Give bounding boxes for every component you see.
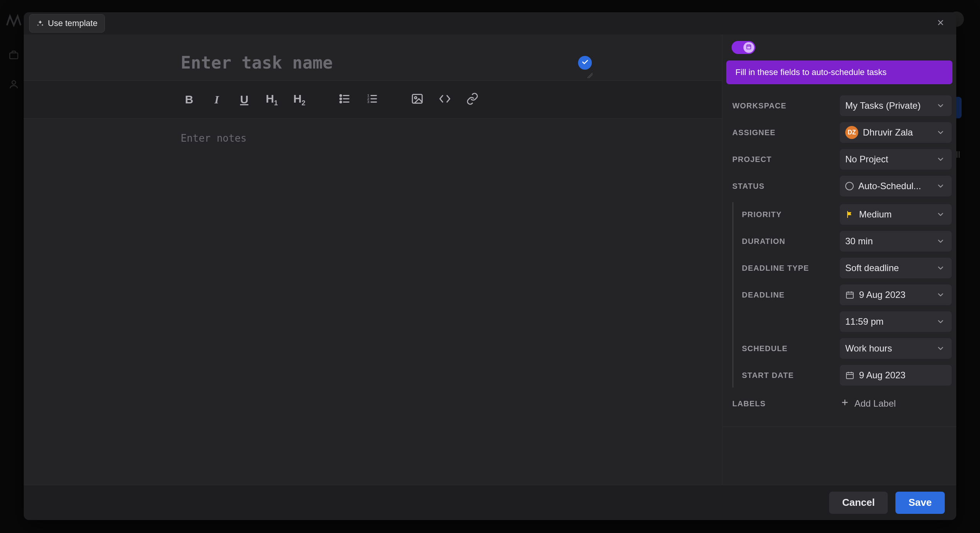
resize-handle-icon[interactable] <box>587 73 593 78</box>
chevron-down-icon <box>936 290 946 300</box>
field-assignee: Assignee DZ Dhruvir Zala <box>727 120 952 145</box>
heading1-button[interactable]: H1 <box>258 86 286 113</box>
task-modal: Use template B I <box>24 12 956 520</box>
chevron-down-icon <box>936 209 946 219</box>
code-icon <box>438 92 451 107</box>
banner-text: Fill in these fields to auto-schedule ta… <box>735 67 887 77</box>
underline-icon: U <box>240 93 248 106</box>
start-date-select[interactable]: 9 Aug 2023 <box>840 365 952 386</box>
heading1-icon: H1 <box>266 92 278 107</box>
svg-point-9 <box>415 96 417 99</box>
close-icon <box>936 18 945 28</box>
link-button[interactable] <box>459 86 486 113</box>
svg-rect-8 <box>412 95 422 103</box>
use-template-button[interactable]: Use template <box>29 14 105 33</box>
assignee-value: Dhruvir Zala <box>863 127 932 138</box>
editor-toolbar: B I U H1 H2 123 <box>24 80 722 119</box>
use-template-label: Use template <box>48 18 98 28</box>
field-label-assignee: Assignee <box>727 128 840 137</box>
workspace-value: My Tasks (Private) <box>845 100 932 111</box>
calendar-icon <box>845 290 854 299</box>
notes-area <box>24 119 722 485</box>
svg-point-3 <box>340 98 341 100</box>
priority-value: Medium <box>859 209 932 220</box>
field-label-status: Status <box>727 182 840 191</box>
status-circle-icon <box>845 182 854 190</box>
modal-footer: Cancel Save <box>24 485 956 520</box>
modal-top-bar: Use template <box>24 12 956 34</box>
numbered-list-icon: 123 <box>366 92 379 107</box>
italic-icon: I <box>214 93 219 106</box>
priority-select[interactable]: Medium <box>840 204 952 225</box>
auto-schedule-toggle[interactable] <box>732 41 755 54</box>
duration-value: 30 min <box>845 236 932 247</box>
field-label-start-date: Start Date <box>733 371 840 380</box>
deadline-type-select[interactable]: Soft deadline <box>840 258 952 278</box>
field-label-deadline: Deadline <box>733 291 840 299</box>
close-button[interactable] <box>934 17 947 30</box>
chevron-down-icon <box>936 343 946 353</box>
field-project: Project No Project <box>727 147 952 172</box>
modal-left-pane: B I U H1 H2 123 <box>24 34 722 485</box>
chevron-down-icon <box>936 128 946 137</box>
field-label-duration: Duration <box>733 237 840 246</box>
heading2-icon: H2 <box>293 92 305 107</box>
add-label-text: Add Label <box>854 398 896 409</box>
deadline-time-select[interactable]: 11:59 pm <box>840 311 952 332</box>
deadline-date-select[interactable]: 9 Aug 2023 <box>840 284 952 305</box>
status-value: Auto-Schedul... <box>858 181 932 191</box>
field-label-workspace: Workspace <box>727 101 840 110</box>
field-deadline-date: Deadline 9 Aug 2023 <box>733 283 952 307</box>
save-label: Save <box>908 497 932 508</box>
field-label-deadline-type: Deadline Type <box>733 264 840 273</box>
auto-schedule-banner: Fill in these fields to auto-schedule ta… <box>726 60 952 84</box>
field-duration: Duration 30 min <box>733 229 952 253</box>
field-workspace: Workspace My Tasks (Private) <box>727 93 952 118</box>
task-name-input[interactable] <box>181 53 570 75</box>
auto-schedule-nested-fields: Priority Medium Duration 30 min <box>732 202 952 387</box>
underline-button[interactable]: U <box>230 86 258 113</box>
assignee-avatar: DZ <box>845 126 858 139</box>
sparkle-icon <box>36 20 44 27</box>
project-select[interactable]: No Project <box>840 149 952 170</box>
toggle-knob <box>743 42 754 53</box>
calendar-icon <box>845 371 854 380</box>
bullet-list-button[interactable] <box>331 86 358 113</box>
numbered-list-button[interactable]: 123 <box>358 86 386 113</box>
checkmark-icon <box>581 58 589 67</box>
svg-rect-12 <box>846 373 853 379</box>
start-date-value: 9 Aug 2023 <box>859 370 946 381</box>
field-start-date: Start Date 9 Aug 2023 <box>733 363 952 387</box>
code-button[interactable] <box>431 86 459 113</box>
chevron-down-icon <box>936 236 946 246</box>
workspace-select[interactable]: My Tasks (Private) <box>840 95 952 116</box>
task-complete-toggle[interactable] <box>578 56 592 70</box>
assignee-select[interactable]: DZ Dhruvir Zala <box>840 122 952 143</box>
chevron-down-icon <box>936 181 946 191</box>
save-button[interactable]: Save <box>895 492 945 514</box>
notes-input[interactable] <box>181 132 707 471</box>
flag-icon <box>845 210 854 219</box>
italic-button[interactable]: I <box>203 86 230 113</box>
field-priority: Priority Medium <box>733 202 952 227</box>
link-icon <box>466 92 479 107</box>
bullet-list-icon <box>338 92 351 107</box>
chevron-down-icon <box>936 154 946 164</box>
schedule-value: Work hours <box>845 343 932 354</box>
status-select[interactable]: Auto-Schedul... <box>840 176 952 196</box>
image-button[interactable] <box>403 86 431 113</box>
chevron-down-icon <box>936 263 946 273</box>
field-schedule: Schedule Work hours <box>733 336 952 361</box>
duration-select[interactable]: 30 min <box>840 231 952 252</box>
heading2-button[interactable]: H2 <box>286 86 313 113</box>
bold-button[interactable]: B <box>175 86 203 113</box>
chevron-down-icon <box>936 317 946 327</box>
cancel-label: Cancel <box>842 497 875 508</box>
schedule-select[interactable]: Work hours <box>840 338 952 359</box>
add-label-button[interactable]: Add Label <box>835 393 947 414</box>
cancel-button[interactable]: Cancel <box>829 492 888 514</box>
modal-body: B I U H1 H2 123 <box>24 34 956 485</box>
project-value: No Project <box>845 154 932 165</box>
field-label-project: Project <box>727 155 840 164</box>
chevron-down-icon <box>936 101 946 111</box>
